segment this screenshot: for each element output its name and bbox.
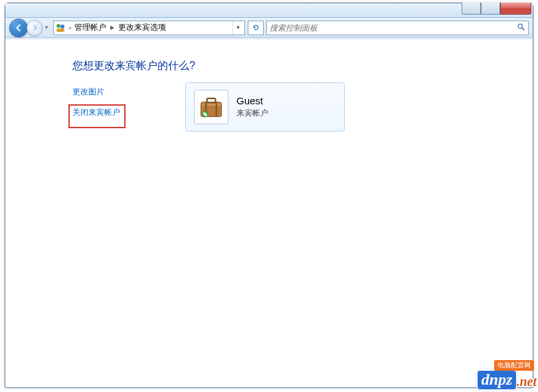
turn-off-guest-link[interactable]: 关闭来宾帐户 xyxy=(72,107,120,118)
account-type: 来宾帐户 xyxy=(236,108,268,119)
breadcrumb-current[interactable]: 更改来宾选项 xyxy=(118,22,166,33)
breadcrumb-prefix: « xyxy=(68,25,72,31)
change-picture-link[interactable]: 更改图片 xyxy=(72,86,126,98)
forward-button[interactable] xyxy=(27,20,43,36)
watermark-suffix: .net xyxy=(516,374,537,389)
refresh-icon xyxy=(252,23,260,32)
svg-rect-10 xyxy=(202,104,221,106)
svg-rect-9 xyxy=(207,98,216,102)
suitcase-icon xyxy=(194,90,228,124)
svg-point-3 xyxy=(60,25,64,29)
toolbar: ▼ « 管理帐户 ▶ 更改来宾选项 ▼ xyxy=(5,18,533,38)
control-panel-window: ▼ « 管理帐户 ▶ 更改来宾选项 ▼ xyxy=(5,3,533,388)
svg-point-2 xyxy=(56,24,60,28)
refresh-button[interactable] xyxy=(248,21,264,35)
search-input[interactable] xyxy=(270,23,517,33)
nav-history-dropdown[interactable]: ▼ xyxy=(43,20,50,36)
svg-line-6 xyxy=(522,28,524,30)
back-button[interactable] xyxy=(9,19,28,37)
arrow-right-icon xyxy=(31,24,39,31)
page-heading: 您想更改来宾帐户的什么? xyxy=(72,59,499,73)
svg-rect-12 xyxy=(215,102,217,117)
account-text: Guest 来宾帐户 xyxy=(236,95,268,119)
svg-point-5 xyxy=(518,24,523,29)
content-area: 您想更改来宾帐户的什么? 更改图片 关闭来宾帐户 xyxy=(6,39,532,387)
close-button[interactable] xyxy=(500,3,531,15)
address-dropdown[interactable]: ▼ xyxy=(232,21,243,35)
address-bar[interactable]: « 管理帐户 ▶ 更改来宾选项 ▼ xyxy=(53,21,245,35)
watermark-tag: 电脑配置网 xyxy=(494,360,534,371)
maximize-button[interactable] xyxy=(481,3,500,15)
chevron-right-icon[interactable]: ▶ xyxy=(109,25,116,31)
breadcrumb-parent[interactable]: 管理帐户 xyxy=(74,22,106,33)
highlight-annotation: 关闭来宾帐户 xyxy=(68,104,126,128)
guest-account-card[interactable]: Guest 来宾帐户 xyxy=(185,82,345,132)
nav-buttons: ▼ xyxy=(9,19,50,37)
window-controls xyxy=(462,3,531,15)
main-row: 更改图片 关闭来宾帐户 xyxy=(72,86,499,132)
titlebar xyxy=(5,3,533,18)
breadcrumb: « 管理帐户 ▶ 更改来宾选项 xyxy=(68,22,230,33)
user-accounts-icon xyxy=(55,23,66,33)
svg-rect-4 xyxy=(56,29,64,32)
watermark: 电脑配置网 dnpz .net xyxy=(476,369,537,391)
account-name: Guest xyxy=(236,95,268,106)
search-icon[interactable] xyxy=(517,23,525,33)
arrow-left-icon xyxy=(14,23,23,33)
watermark-brand: dnpz xyxy=(476,369,518,391)
search-box[interactable] xyxy=(266,21,529,35)
action-links: 更改图片 关闭来宾帐户 xyxy=(72,86,126,128)
minimize-button[interactable] xyxy=(462,3,481,15)
